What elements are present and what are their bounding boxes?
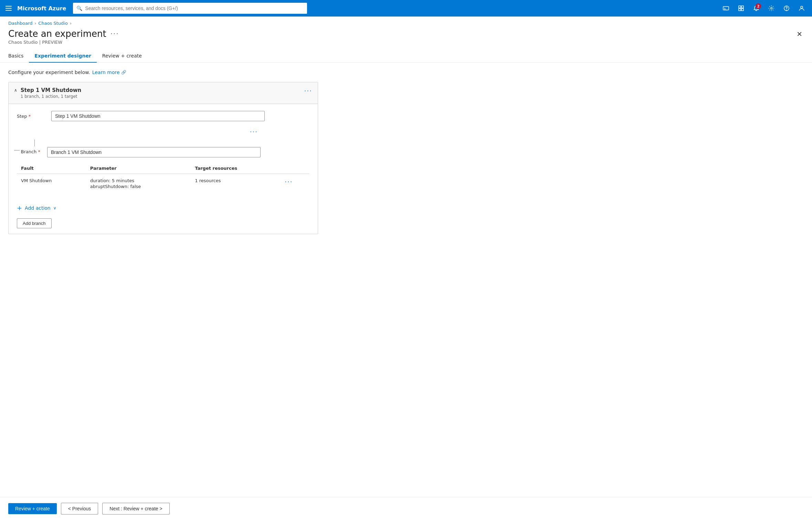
close-button[interactable]: ✕ bbox=[795, 29, 804, 40]
fault-cell: VM Shutdown bbox=[17, 174, 86, 194]
tab-basics[interactable]: Basics bbox=[8, 50, 29, 63]
branch-vert-line bbox=[34, 139, 35, 146]
step-required-star: * bbox=[29, 114, 31, 119]
notifications-icon[interactable]: 2 bbox=[750, 2, 762, 14]
branch-row: Branch * bbox=[17, 137, 309, 157]
step-more-button[interactable]: ··· bbox=[304, 87, 312, 94]
cloud-shell-icon[interactable] bbox=[720, 2, 732, 14]
review-create-button[interactable]: Review + create bbox=[8, 503, 57, 514]
next-button[interactable]: Next : Review + create > bbox=[102, 503, 169, 514]
step-card: ∧ Step 1 VM Shutdown 1 branch, 1 action,… bbox=[8, 82, 318, 234]
tabs: Basics Experiment designer Review + crea… bbox=[0, 45, 812, 63]
main-content: Dashboard › Chaos Studio › Create an exp… bbox=[0, 17, 812, 520]
add-action-label: Add action bbox=[25, 205, 51, 211]
svg-rect-0 bbox=[723, 7, 729, 10]
step-field-row: Step * bbox=[17, 111, 309, 121]
target-resources-cell: 1 resources bbox=[191, 174, 281, 194]
branch-field-label: Branch * bbox=[21, 146, 41, 154]
branch-field-input[interactable] bbox=[47, 147, 261, 157]
learn-more-link[interactable]: Learn more 🔗 bbox=[92, 70, 126, 75]
breadcrumb-dashboard[interactable]: Dashboard bbox=[8, 21, 33, 26]
step-subtitle: 1 branch, 1 action, 1 target bbox=[21, 94, 81, 99]
search-bar[interactable]: 🔍 bbox=[73, 3, 307, 14]
parameter-cell: duration: 5 minutes abruptShutdown: fals… bbox=[86, 174, 191, 194]
svg-point-9 bbox=[801, 6, 803, 8]
fault-table: Fault Parameter Target resources VM Shut… bbox=[17, 163, 309, 193]
external-link-icon: 🔗 bbox=[121, 70, 126, 75]
search-icon: 🔍 bbox=[76, 6, 82, 11]
branch-required-star: * bbox=[38, 149, 41, 154]
actions-col-header bbox=[281, 163, 309, 174]
svg-point-8 bbox=[786, 10, 787, 10]
fault-col-header: Fault bbox=[17, 163, 86, 174]
page-title: Create an experiment bbox=[8, 29, 106, 39]
page-more-button[interactable]: ··· bbox=[110, 30, 119, 38]
step-header: ∧ Step 1 VM Shutdown 1 branch, 1 action,… bbox=[9, 82, 318, 104]
breadcrumb-sep-1: › bbox=[35, 21, 36, 26]
bottom-bar: Review + create < Previous Next : Review… bbox=[0, 497, 812, 520]
param-duration: duration: 5 minutes bbox=[90, 178, 187, 183]
tab-experiment-designer[interactable]: Experiment designer bbox=[29, 50, 96, 63]
row-more-button[interactable]: ··· bbox=[285, 178, 293, 185]
svg-point-6 bbox=[771, 8, 772, 9]
fault-table-body: VM Shutdown duration: 5 minutes abruptSh… bbox=[17, 174, 309, 194]
row-more-cell: ··· bbox=[281, 174, 309, 194]
svg-rect-4 bbox=[739, 9, 741, 11]
step-body: Step * ··· Branc bbox=[9, 104, 318, 200]
fault-param-list: duration: 5 minutes abruptShutdown: fals… bbox=[90, 178, 187, 189]
svg-rect-3 bbox=[741, 6, 744, 8]
branch-horiz-line: Branch * bbox=[14, 146, 42, 154]
table-row: VM Shutdown duration: 5 minutes abruptSh… bbox=[17, 174, 309, 194]
page-title-row: Create an experiment ··· bbox=[8, 29, 119, 39]
add-action-chevron-icon: ∨ bbox=[53, 206, 56, 210]
previous-button[interactable]: < Previous bbox=[61, 503, 98, 514]
branch-horz-seg bbox=[14, 150, 20, 150]
breadcrumb-sep-2: › bbox=[70, 21, 72, 26]
step-title: Step 1 VM Shutdown bbox=[21, 87, 81, 93]
step-collapse-chevron[interactable]: ∧ bbox=[14, 88, 17, 93]
content-area: Configure your experiment below. Learn m… bbox=[0, 63, 812, 497]
topbar: Microsoft Azure 🔍 2 bbox=[0, 0, 812, 17]
breadcrumb-chaos-studio[interactable]: Chaos Studio bbox=[38, 21, 68, 26]
hamburger-menu[interactable] bbox=[4, 4, 13, 12]
azure-logo: Microsoft Azure bbox=[17, 5, 66, 12]
add-action-plus-icon: + bbox=[17, 204, 22, 211]
page-header-left: Create an experiment ··· Chaos Studio | … bbox=[8, 29, 119, 45]
param-abrupt: abruptShutdown: false bbox=[90, 184, 187, 189]
page-header: Create an experiment ··· Chaos Studio | … bbox=[0, 26, 812, 45]
configure-description: Configure your experiment below. Learn m… bbox=[8, 70, 804, 75]
branch-connector-area: Branch * bbox=[17, 137, 44, 154]
target-col-header: Target resources bbox=[191, 163, 281, 174]
step-field-label: Step * bbox=[17, 111, 44, 119]
add-branch-button[interactable]: Add branch bbox=[17, 218, 52, 228]
page-subtitle: Chaos Studio | PREVIEW bbox=[8, 40, 119, 45]
parameter-col-header: Parameter bbox=[86, 163, 191, 174]
settings-icon[interactable] bbox=[765, 2, 778, 14]
step-title-area: Step 1 VM Shutdown 1 branch, 1 action, 1… bbox=[21, 87, 81, 99]
svg-rect-2 bbox=[739, 6, 741, 8]
fault-table-header: Fault Parameter Target resources bbox=[17, 163, 309, 174]
search-input[interactable] bbox=[85, 6, 304, 11]
topbar-icons: 2 bbox=[720, 2, 808, 14]
portal-icon[interactable] bbox=[735, 2, 747, 14]
svg-rect-5 bbox=[741, 9, 744, 11]
add-action-row[interactable]: + Add action ∨ bbox=[9, 200, 318, 216]
notification-badge: 2 bbox=[756, 3, 761, 9]
help-icon[interactable] bbox=[780, 2, 793, 14]
step-actions-more-button[interactable]: ··· bbox=[250, 128, 258, 135]
step-header-left: ∧ Step 1 VM Shutdown 1 branch, 1 action,… bbox=[14, 87, 81, 99]
account-icon[interactable] bbox=[795, 2, 808, 14]
breadcrumb: Dashboard › Chaos Studio › bbox=[0, 17, 812, 26]
tab-review-create[interactable]: Review + create bbox=[97, 50, 147, 63]
step-more-dots-row: ··· bbox=[17, 128, 258, 135]
step-field-input[interactable] bbox=[51, 111, 265, 121]
